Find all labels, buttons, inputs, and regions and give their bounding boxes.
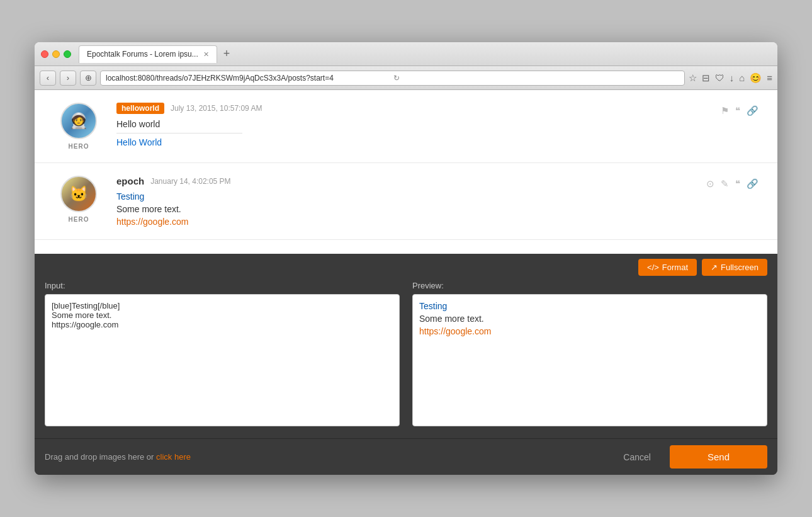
location-icon: ⊕ <box>85 73 92 82</box>
code-brackets-icon: </> <box>647 263 659 272</box>
close-button[interactable] <box>41 50 48 58</box>
link-icon[interactable]: 🔗 <box>747 105 758 116</box>
download-icon[interactable]: ↓ <box>730 72 735 83</box>
back-icon: ‹ <box>47 73 49 82</box>
post-1: 🧑‍🚀 HERO helloworld July 13, 2015, 10:57… <box>35 90 777 163</box>
refresh-icon[interactable]: ↻ <box>393 74 679 82</box>
post-1-link[interactable]: Hello World <box>116 137 162 147</box>
cat-icon: 🐱 <box>69 185 88 203</box>
minimize-button[interactable] <box>52 50 60 58</box>
editor-footer: Drag and drop images here or click here … <box>35 438 777 475</box>
reader-icon[interactable]: ⊟ <box>702 72 710 84</box>
post-1-separator <box>116 133 242 134</box>
post-2-actions: ⊙ ✎ ❝ 🔗 <box>706 178 758 190</box>
quote-icon-2[interactable]: ❝ <box>735 178 740 190</box>
post-2-text: Some more text. <box>116 204 758 214</box>
forward-button[interactable]: › <box>60 71 76 86</box>
preview-label: Preview: <box>412 281 767 290</box>
back-button[interactable]: ‹ <box>40 71 56 86</box>
send-button[interactable]: Send <box>670 445 767 469</box>
forward-icon: › <box>67 73 69 82</box>
url-text: localhost:8080/threads/o7JEHzRKSWm9jAqDc… <box>106 74 391 82</box>
editor-area: </> Format ↗ Fullscreen Input: [blue]Tes… <box>35 254 777 475</box>
preview-colored-text: Testing <box>419 301 760 311</box>
preview-box: Testing Some more text. https://google.c… <box>412 294 767 426</box>
post-1-username-badge: helloworld <box>116 103 164 114</box>
new-tab-button[interactable]: + <box>220 47 234 60</box>
flag-icon[interactable]: ⚑ <box>721 105 729 116</box>
tab-bar: Epochtalk Forums - Lorem ipsu... ✕ + <box>79 45 771 63</box>
link-icon-2[interactable]: 🔗 <box>747 178 758 190</box>
traffic-lights <box>41 50 71 58</box>
cancel-button[interactable]: Cancel <box>611 445 663 469</box>
shield-icon[interactable]: 🛡 <box>715 72 725 83</box>
edit-icon[interactable]: ✎ <box>721 178 729 190</box>
post-2-date: January 14, 4:02:05 PM <box>150 177 230 186</box>
post-2-avatar-col: 🐱 HERO <box>54 176 104 227</box>
nav-bar: ‹ › ⊕ localhost:8080/threads/o7JEHzRKSWm… <box>35 66 777 90</box>
input-panel: Input: [blue]Testing[/blue] Some more te… <box>45 281 400 428</box>
user-icon[interactable]: 😊 <box>750 72 762 84</box>
content-area: 🧑‍🚀 HERO helloworld July 13, 2015, 10:57… <box>35 90 777 254</box>
fullscreen-button[interactable]: ↗ Fullscreen <box>702 259 767 276</box>
preview-panel: Preview: Testing Some more text. https:/… <box>412 281 767 428</box>
post-2-body: epoch January 14, 4:02:05 PM Testing Som… <box>104 176 758 227</box>
title-bar: Epochtalk Forums - Lorem ipsu... ✕ + <box>35 42 777 66</box>
post-2: 🐱 HERO epoch January 14, 4:02:05 PM Test… <box>35 163 777 240</box>
preview-link[interactable]: https://google.com <box>419 326 491 336</box>
code-icon[interactable]: ⊙ <box>706 178 714 190</box>
post-1-body: helloworld July 13, 2015, 10:57:09 AM He… <box>104 103 758 150</box>
post-1-date: July 13, 2015, 10:57:09 AM <box>171 104 262 113</box>
post-2-colored-text: Testing <box>116 191 758 202</box>
post-2-header: epoch January 14, 4:02:05 PM <box>116 176 758 186</box>
nav-icons: ☆ ⊟ 🛡 ↓ ⌂ 😊 ≡ <box>689 72 772 84</box>
active-tab[interactable]: Epochtalk Forums - Lorem ipsu... ✕ <box>79 45 217 63</box>
post-1-header: helloworld July 13, 2015, 10:57:09 AM <box>116 103 758 114</box>
home-icon[interactable]: ⌂ <box>739 72 745 83</box>
footer-buttons: Cancel Send <box>611 445 767 469</box>
post-1-text: Hello world <box>116 119 758 129</box>
post-2-username: epoch <box>116 176 144 186</box>
input-textarea[interactable]: [blue]Testing[/blue] Some more text. htt… <box>45 294 400 426</box>
format-button[interactable]: </> Format <box>638 259 697 276</box>
post-1-avatar-col: 🧑‍🚀 HERO <box>54 103 104 150</box>
editor-panels: Input: [blue]Testing[/blue] Some more te… <box>35 281 777 438</box>
post-1-actions: ⚑ ❝ 🔗 <box>721 105 758 116</box>
tab-close-icon[interactable]: ✕ <box>203 50 209 59</box>
bookmark-icon[interactable]: ☆ <box>689 72 697 84</box>
url-bar[interactable]: localhost:8080/threads/o7JEHzRKSWm9jAqDc… <box>100 71 685 86</box>
post-2-avatar: 🐱 <box>60 176 97 212</box>
drag-drop-text: Drag and drop images here or click here <box>45 452 191 462</box>
tab-title: Epochtalk Forums - Lorem ipsu... <box>87 50 198 59</box>
post-2-link[interactable]: https://google.com <box>116 217 188 227</box>
input-label: Input: <box>45 281 400 290</box>
menu-icon[interactable]: ≡ <box>767 72 772 83</box>
post-1-role: HERO <box>69 143 89 150</box>
click-here-link[interactable]: click here <box>156 452 191 462</box>
post-2-role: HERO <box>69 216 89 223</box>
browser-window: Epochtalk Forums - Lorem ipsu... ✕ + ‹ ›… <box>35 42 777 475</box>
editor-gap <box>400 281 412 428</box>
astronaut-icon: 🧑‍🚀 <box>69 112 88 130</box>
quote-icon[interactable]: ❝ <box>735 105 740 116</box>
post-1-avatar: 🧑‍🚀 <box>60 103 97 139</box>
expand-icon: ↗ <box>711 263 718 272</box>
location-button[interactable]: ⊕ <box>80 71 96 86</box>
maximize-button[interactable] <box>64 50 71 58</box>
preview-body-text: Some more text. <box>419 314 760 324</box>
editor-toolbar: </> Format ↗ Fullscreen <box>35 254 777 281</box>
